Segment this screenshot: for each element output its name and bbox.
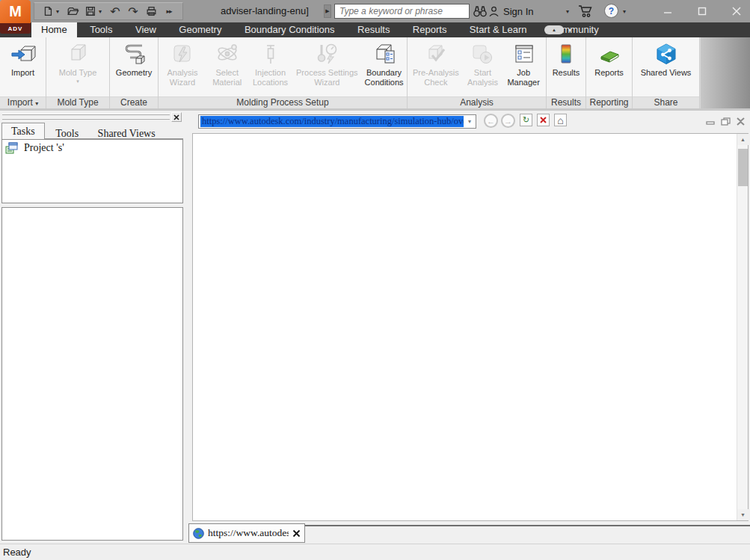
- search-input[interactable]: [334, 4, 470, 19]
- doc-close-button[interactable]: [736, 115, 746, 123]
- close-button[interactable]: [724, 0, 749, 22]
- select-material-button[interactable]: Select Material: [206, 37, 248, 96]
- sign-in-caret-icon[interactable]: ▾: [566, 8, 569, 15]
- ribbon-group-results: Results Results: [547, 37, 586, 108]
- address-dropdown-icon[interactable]: ▾: [464, 118, 476, 125]
- analysis-wizard-button[interactable]: Analysis Wizard: [159, 37, 206, 96]
- panel-grip-handle[interactable]: [2, 114, 170, 120]
- url-text[interactable]: https://www.autodesk.com/industry/manufa…: [200, 116, 464, 127]
- process-settings-wizard-icon: [314, 40, 339, 68]
- maximize-icon: [698, 7, 707, 16]
- save-button[interactable]: [83, 4, 98, 19]
- stop-icon: [540, 117, 547, 123]
- adv-badge: ADV: [0, 23, 31, 34]
- start-analysis-button[interactable]: Start Analysis: [464, 37, 502, 96]
- document-tab[interactable]: https://www.autodesk....: [188, 523, 305, 543]
- results-button[interactable]: Results: [547, 37, 585, 96]
- analysis-wizard-icon: [170, 40, 195, 68]
- import-button[interactable]: Import: [1, 37, 45, 96]
- minimize-button[interactable]: [655, 0, 680, 22]
- scroll-up-button[interactable]: ▲: [737, 134, 749, 145]
- sign-in-button[interactable]: Sign In: [488, 3, 533, 19]
- ribbon-empty-area: [700, 37, 750, 108]
- cart-button[interactable]: [578, 4, 594, 21]
- tab-reports[interactable]: Reports: [403, 22, 457, 37]
- group-label-import[interactable]: Import ▾: [0, 96, 46, 108]
- quick-access-toolbar: ▾ ▾ ↶ ↷ ▸▸: [34, 2, 183, 20]
- tab-start-learn[interactable]: Start & Learn: [460, 22, 537, 37]
- stop-button[interactable]: [537, 114, 550, 126]
- tab-close-icon[interactable]: [292, 529, 301, 538]
- panel-tab-tasks[interactable]: Tasks: [1, 123, 45, 141]
- sign-in-label: Sign In: [503, 6, 533, 17]
- tab-view[interactable]: View: [126, 22, 166, 37]
- ribbon-group-mold-type: Mold Type ▾ Mold Type: [46, 37, 110, 108]
- boundary-conditions-button[interactable]: Boundary Conditions: [361, 37, 407, 96]
- new-file-caret-icon[interactable]: ▾: [56, 8, 62, 15]
- refresh-button[interactable]: ↻: [520, 114, 532, 126]
- scrollbar-thumb[interactable]: [738, 149, 748, 186]
- forward-icon: →: [504, 117, 512, 126]
- browser-content[interactable]: ▲ ▼: [192, 133, 749, 521]
- redo-button[interactable]: ↷: [126, 4, 141, 19]
- home-button[interactable]: ⌂: [554, 114, 567, 126]
- ribbon-group-create: Geometry Create: [110, 37, 159, 108]
- qat-overflow-button[interactable]: ▸▸: [162, 4, 176, 19]
- save-caret-icon[interactable]: ▾: [99, 8, 105, 15]
- app-logo[interactable]: M ADV: [0, 0, 31, 34]
- tab-results[interactable]: Results: [348, 22, 399, 37]
- window-title: adviser-landing-enu]: [221, 5, 309, 16]
- tab-boundary-conditions[interactable]: Boundary Conditions: [235, 22, 345, 37]
- ribbon-group-share: Shared Views Share: [633, 37, 700, 108]
- vertical-scrollbar[interactable]: ▲ ▼: [737, 134, 748, 520]
- pre-analysis-check-button[interactable]: Pre-Analysis Check: [408, 37, 464, 96]
- pre-analysis-check-icon: [423, 40, 449, 68]
- ribbon-collapse-button[interactable]: ▲: [544, 25, 564, 34]
- help-caret-icon[interactable]: ▾: [623, 8, 626, 15]
- back-button[interactable]: ←: [484, 114, 498, 128]
- ribbon: Import Import ▾ Mold Type: [0, 37, 750, 108]
- injection-locations-button[interactable]: Injection Locations: [248, 37, 293, 96]
- results-icon: [553, 40, 579, 68]
- scroll-down-button[interactable]: ▼: [737, 509, 749, 520]
- doc-minimize-button[interactable]: [706, 115, 716, 123]
- forward-button[interactable]: →: [501, 114, 515, 128]
- ribbon-group-analysis: Pre-Analysis Check Start Analysis: [408, 37, 547, 108]
- panel-close-button[interactable]: [171, 112, 182, 122]
- search-button[interactable]: [472, 4, 488, 19]
- back-icon: ←: [487, 117, 495, 126]
- geometry-icon: [121, 40, 147, 68]
- injection-locations-icon: [258, 40, 283, 68]
- undo-button[interactable]: ↶: [108, 4, 123, 19]
- tree-item-project[interactable]: Project 's': [2, 140, 182, 156]
- maximize-button[interactable]: [689, 0, 715, 22]
- address-bar[interactable]: https://www.autodesk.com/industry/manufa…: [198, 114, 476, 129]
- mold-type-button[interactable]: Mold Type ▾: [48, 37, 108, 96]
- browser-toolbar: https://www.autodesk.com/industry/manufa…: [191, 111, 750, 133]
- new-file-button[interactable]: [40, 4, 55, 19]
- tab-geometry[interactable]: Geometry: [169, 22, 231, 37]
- help-button[interactable]: ?: [604, 4, 618, 18]
- reports-icon: [597, 40, 622, 68]
- open-button[interactable]: [65, 4, 80, 19]
- doc-restore-button[interactable]: [721, 115, 731, 123]
- select-material-icon: [215, 40, 240, 68]
- tab-home[interactable]: Home: [31, 22, 77, 37]
- title-expand-button[interactable]: ▶: [324, 4, 331, 18]
- project-icon: [5, 142, 18, 154]
- job-manager-button[interactable]: Job Manager: [501, 37, 546, 96]
- tab-tools[interactable]: Tools: [80, 22, 122, 37]
- reports-button[interactable]: Reports: [588, 37, 631, 96]
- process-settings-wizard-button[interactable]: Process Settings Wizard: [292, 37, 361, 96]
- panel-tabs: Tasks Tools Shared Views: [1, 123, 183, 139]
- tree-item-label: Project 's': [24, 142, 64, 154]
- ribbon-group-molding-process-setup: Analysis Wizard Select Material: [159, 37, 408, 108]
- import-icon: [10, 40, 36, 68]
- shared-views-button[interactable]: Shared Views: [634, 37, 698, 96]
- open-folder-icon: [67, 5, 79, 17]
- ribbon-options-caret-icon[interactable]: ▾: [568, 27, 571, 34]
- app-window: M ADV ▾ ▾ ↶ ↷ ▸▸ adviser-landing-enu] ▶: [0, 0, 750, 560]
- tab-bar-divider: [305, 525, 750, 526]
- geometry-button[interactable]: Geometry: [111, 37, 157, 96]
- print-button[interactable]: [144, 4, 159, 19]
